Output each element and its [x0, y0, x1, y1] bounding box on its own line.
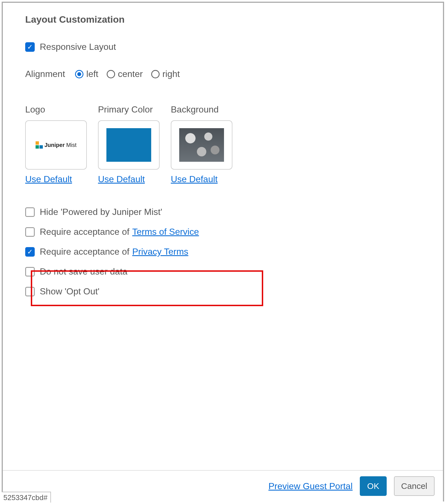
option-no-save: Do not save user data	[25, 266, 432, 277]
dialog-panel: Layout Customization ✓ Responsive Layout…	[2, 2, 444, 501]
alignment-radio-left[interactable]	[75, 70, 83, 78]
cancel-button[interactable]: Cancel	[394, 476, 435, 496]
responsive-layout-label: Responsive Layout	[40, 42, 116, 52]
logo-use-default-link[interactable]: Use Default	[25, 174, 87, 184]
show-opt-out-checkbox[interactable]	[25, 287, 35, 296]
responsive-layout-checkbox[interactable]: ✓	[25, 42, 35, 52]
require-privacy-label: Require acceptance of	[40, 247, 129, 257]
juniper-mist-logo-icon: Juniper Mist	[36, 141, 76, 149]
hide-powered-checkbox[interactable]	[25, 207, 35, 217]
alignment-radio-center[interactable]	[107, 70, 115, 78]
no-save-checkbox[interactable]	[25, 267, 35, 276]
logo-label: Logo	[25, 104, 87, 115]
section-title: Layout Customization	[25, 14, 432, 25]
option-show-opt-out: Show 'Opt Out'	[25, 286, 432, 297]
primary-color-use-default-link[interactable]: Use Default	[98, 174, 160, 184]
background-thumbnail	[179, 128, 224, 162]
option-require-privacy: ✓ Require acceptance of Privacy Terms	[25, 247, 432, 257]
primary-color-swatch	[106, 128, 151, 162]
background-preview[interactable]	[171, 120, 232, 170]
background-label: Background	[171, 104, 232, 115]
responsive-layout-row: ✓ Responsive Layout	[25, 42, 432, 52]
hash-fragment: 5253347cbd#	[2, 492, 51, 503]
primary-color-preview[interactable]	[98, 120, 160, 170]
hide-powered-label: Hide 'Powered by Juniper Mist'	[40, 207, 162, 217]
privacy-terms-link[interactable]: Privacy Terms	[132, 247, 188, 257]
terms-of-service-link[interactable]: Terms of Service	[132, 227, 199, 237]
option-hide-powered: Hide 'Powered by Juniper Mist'	[25, 207, 432, 217]
logo-column: Logo Juniper Mist Use Default	[25, 104, 87, 184]
ok-button[interactable]: OK	[360, 476, 386, 496]
alignment-row: Alignment left center right	[25, 69, 432, 79]
check-icon: ✓	[27, 44, 33, 50]
primary-color-label: Primary Color	[98, 104, 160, 115]
preview-row: Logo Juniper Mist Use Default Primary Co…	[25, 104, 432, 184]
check-icon: ✓	[27, 249, 33, 255]
require-privacy-checkbox[interactable]: ✓	[25, 247, 35, 257]
dialog-footer: Preview Guest Portal OK Cancel	[3, 470, 443, 501]
alignment-option-left: left	[86, 69, 98, 79]
background-column: Background Use Default	[171, 104, 232, 184]
alignment-option-right: right	[162, 69, 180, 79]
alignment-label: Alignment	[25, 69, 65, 79]
option-require-tos: Require acceptance of Terms of Service	[25, 227, 432, 237]
primary-color-column: Primary Color Use Default	[98, 104, 160, 184]
content-area: Layout Customization ✓ Responsive Layout…	[25, 8, 432, 462]
alignment-option-center: center	[118, 69, 143, 79]
require-tos-checkbox[interactable]	[25, 227, 35, 237]
background-use-default-link[interactable]: Use Default	[171, 174, 232, 184]
show-opt-out-label: Show 'Opt Out'	[40, 286, 99, 297]
require-tos-label: Require acceptance of	[40, 227, 129, 237]
logo-preview[interactable]: Juniper Mist	[25, 120, 87, 170]
no-save-label: Do not save user data	[40, 266, 127, 277]
preview-guest-portal-link[interactable]: Preview Guest Portal	[269, 481, 353, 491]
alignment-radio-right[interactable]	[151, 70, 160, 78]
